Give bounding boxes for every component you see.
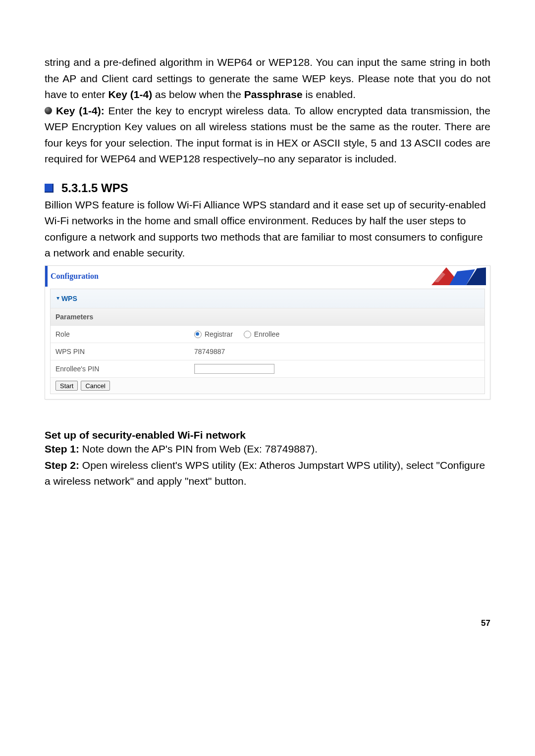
setup-heading: Set up of security-enabled Wi-Fi network: [45, 429, 490, 441]
enrollee-pin-input[interactable]: [194, 364, 274, 374]
blue-square-icon: [45, 184, 54, 193]
role-enrollee-radio[interactable]: [244, 331, 251, 338]
parameters-header: Parameters: [51, 308, 484, 326]
step-2: Step 2: Open wireless client's WPS utili…: [45, 457, 490, 490]
wps-form: ▲WPS Parameters Role Registrar Enrollee …: [50, 289, 485, 394]
configuration-panel: Configuration ▲WPS Parameters Role: [45, 265, 490, 400]
wps-intro-paragraph: Billion WPS feature is follow Wi-Fi Alli…: [45, 197, 490, 261]
cancel-button[interactable]: Cancel: [81, 381, 109, 391]
enrollee-pin-row: Enrollee's PIN: [51, 360, 484, 378]
text: as below when the: [152, 89, 244, 100]
parameters-label: Parameters: [55, 313, 93, 321]
bullet-sphere-icon: [45, 107, 52, 114]
button-row: Start Cancel: [51, 378, 484, 394]
step-1-label: Step 1:: [45, 443, 79, 454]
role-registrar-radio[interactable]: [194, 331, 202, 338]
configuration-header: Configuration: [45, 266, 490, 287]
wps-header-label: WPS: [61, 295, 77, 302]
role-row: Role Registrar Enrollee: [51, 326, 484, 343]
step-2-text: Open wireless client's WPS utility (Ex: …: [45, 459, 485, 487]
step-2-label: Step 2:: [45, 459, 79, 471]
step-1: Step 1: Note down the AP's PIN from Web …: [45, 441, 490, 457]
role-enrollee-label: Enrollee: [254, 330, 279, 338]
section-heading-wps: 5.3.1.5 WPS: [45, 181, 490, 195]
brand-logo-icon: [431, 267, 486, 285]
chevron-down-icon: ▲: [55, 296, 60, 302]
wps-pin-label: WPS PIN: [55, 348, 194, 355]
bullet-label: Key (1-4):: [56, 105, 105, 116]
start-button[interactable]: Start: [55, 381, 78, 391]
page-number: 57: [45, 618, 490, 628]
paragraph-wep-intro-continued: string and a pre-defined algorithm in WE…: [45, 54, 490, 103]
step-1-text: Note down the AP's PIN from Web (Ex: 787…: [79, 443, 318, 454]
wps-pin-value: 78749887: [194, 348, 480, 355]
paragraph-key-1-4: Key (1-4): Enter the key to encrypt wire…: [45, 103, 490, 167]
heading-text: 5.3.1.5 WPS: [61, 181, 128, 195]
role-registrar-label: Registrar: [205, 330, 233, 338]
wps-section-header[interactable]: ▲WPS: [51, 289, 484, 308]
configuration-title: Configuration: [51, 272, 99, 281]
text-bold: Passphrase: [244, 89, 303, 100]
bullet-text: Enter the key to encrypt wireless data. …: [45, 105, 490, 165]
enrollee-pin-label: Enrollee's PIN: [55, 365, 194, 373]
wps-pin-row: WPS PIN 78749887: [51, 343, 484, 360]
text: is enabled.: [303, 89, 356, 100]
text-bold: Key (1-4): [108, 89, 152, 100]
role-label: Role: [55, 330, 194, 338]
